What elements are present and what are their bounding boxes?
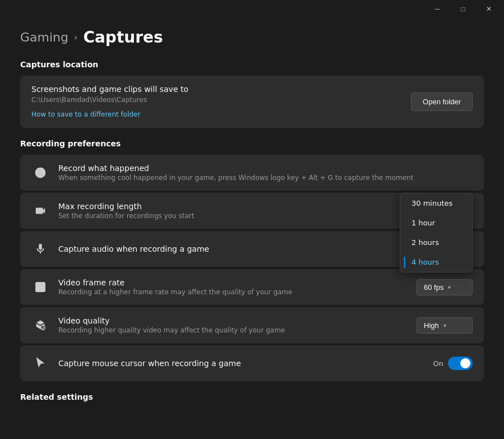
video-quality-dropdown[interactable]: High ▾ <box>417 317 473 334</box>
change-folder-link[interactable]: How to save to a different folder <box>31 110 140 118</box>
capture-mouse-toggle-thumb <box>460 358 470 368</box>
pref-title-video-frame-rate: Video frame rate <box>58 278 408 287</box>
mouse-icon <box>31 354 49 372</box>
breadcrumb-current: Captures <box>83 28 163 47</box>
pref-title-capture-audio: Capture audio when recording a game <box>58 244 411 253</box>
video-quality-chevron: ▾ <box>443 322 446 329</box>
audio-icon <box>31 240 49 258</box>
pref-desc-video-quality: Recording higher quality video may affec… <box>58 326 408 334</box>
close-button[interactable]: ✕ <box>476 0 502 18</box>
max-recording-dropdown-menu: 30 minutes 1 hour 2 hours 4 hours <box>400 193 473 272</box>
minimize-button[interactable]: ─ <box>424 0 450 18</box>
pref-title-video-quality: Video quality <box>58 316 408 325</box>
fps-icon: FPS <box>31 278 49 296</box>
dropdown-option-2hr[interactable]: 2 hours <box>400 233 472 252</box>
titlebar: ─ □ ✕ <box>0 0 504 18</box>
pref-control-capture-mouse: On <box>433 357 473 370</box>
video-icon <box>31 202 49 220</box>
captures-location-path: C:\Users\Bamdad\Videos\Captures <box>31 96 188 104</box>
pref-row-capture-mouse: Capture mouse cursor when recording a ga… <box>20 345 484 381</box>
pref-text-capture-mouse: Capture mouse cursor when recording a ga… <box>58 359 424 368</box>
pref-text-capture-audio: Capture audio when recording a game <box>58 244 411 253</box>
pref-desc-record-what-happened: When something cool happened in your gam… <box>58 174 473 182</box>
pref-desc-max-recording: Set the duration for recordings you star… <box>58 212 408 220</box>
breadcrumb-separator: › <box>74 32 77 43</box>
pref-text-video-quality: Video quality Recording higher quality v… <box>58 316 408 334</box>
record-icon <box>31 164 49 182</box>
video-quality-value: High <box>424 321 439 330</box>
video-frame-rate-chevron: ▾ <box>448 284 451 290</box>
pref-desc-video-frame-rate: Recording at a higher frame rate may aff… <box>58 288 408 296</box>
pref-row-record-what-happened: Record what happened When something cool… <box>20 155 484 191</box>
dropdown-option-30min[interactable]: 30 minutes <box>400 193 472 213</box>
related-settings-heading: Related settings <box>20 392 484 401</box>
pref-text-max-recording: Max recording length Set the duration fo… <box>58 202 408 220</box>
pref-title-max-recording: Max recording length <box>58 202 408 211</box>
captures-location-text: Screenshots and game clips will save to … <box>31 85 188 119</box>
pref-row-wrapper-max-recording: Max recording length Set the duration fo… <box>20 193 484 229</box>
main-content: Gaming › Captures Captures location Scre… <box>0 0 504 439</box>
captures-location-title: Screenshots and game clips will save to <box>31 85 188 94</box>
pref-row-video-quality: Video quality Recording higher quality v… <box>20 307 484 343</box>
quality-icon <box>31 316 49 334</box>
svg-text:FPS: FPS <box>37 286 44 290</box>
dropdown-option-4hr[interactable]: 4 hours <box>400 252 472 272</box>
open-folder-button[interactable]: Open folder <box>411 93 473 111</box>
video-frame-rate-dropdown[interactable]: 60 fps ▾ <box>417 279 473 295</box>
pref-control-video-frame-rate: 60 fps ▾ <box>417 279 473 295</box>
breadcrumb: Gaming › Captures <box>20 28 484 47</box>
pref-text-record-what-happened: Record what happened When something cool… <box>58 164 473 182</box>
pref-text-video-frame-rate: Video frame rate Recording at a higher f… <box>58 278 408 296</box>
capture-mouse-toggle[interactable] <box>448 357 473 370</box>
recording-preferences-heading: Recording preferences <box>20 139 484 148</box>
captures-location-row: Screenshots and game clips will save to … <box>31 85 473 119</box>
capture-mouse-toggle-label: On <box>433 359 443 368</box>
video-frame-rate-value: 60 fps <box>424 283 443 292</box>
pref-title-record-what-happened: Record what happened <box>58 164 473 173</box>
pref-row-video-frame-rate: FPS Video frame rate Recording at a high… <box>20 269 484 305</box>
pref-title-capture-mouse: Capture mouse cursor when recording a ga… <box>58 359 424 368</box>
pref-control-video-quality: High ▾ <box>417 317 473 334</box>
captures-location-heading: Captures location <box>20 60 484 69</box>
capture-mouse-toggle-track <box>448 357 473 370</box>
maximize-button[interactable]: □ <box>450 0 476 18</box>
dropdown-option-1hr[interactable]: 1 hour <box>400 213 472 233</box>
captures-location-card: Screenshots and game clips will save to … <box>20 76 484 128</box>
breadcrumb-parent[interactable]: Gaming <box>20 30 68 44</box>
